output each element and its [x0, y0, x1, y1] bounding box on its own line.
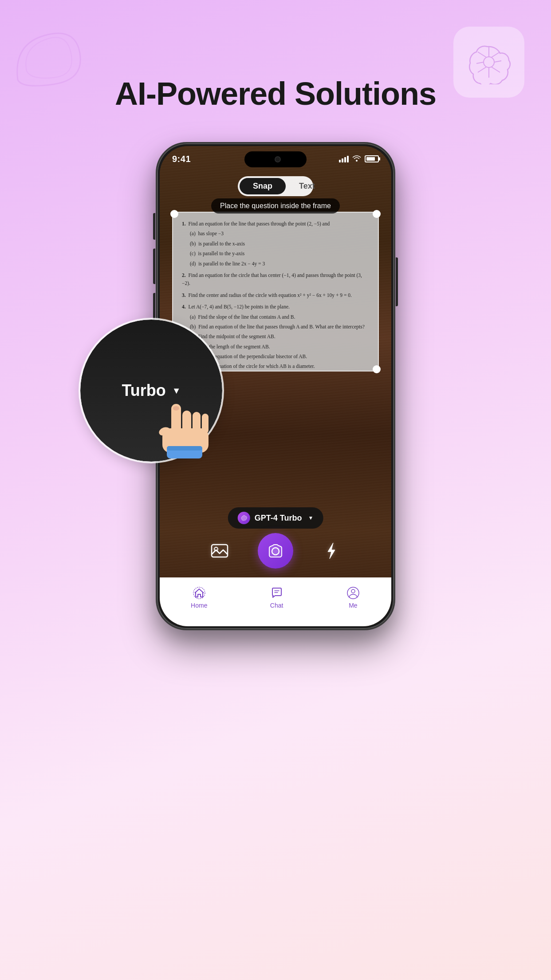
- question-2: 2. Find an equation for the circle that …: [182, 271, 369, 288]
- svg-line-7: [478, 67, 486, 72]
- corner-br: [373, 365, 381, 373]
- battery-icon: [365, 155, 379, 162]
- me-label: Me: [349, 602, 357, 609]
- corner-tr: [373, 210, 381, 218]
- page-title: AI-Powered Solutions: [0, 75, 551, 112]
- svg-line-5: [476, 62, 484, 63]
- home-icon: [192, 586, 206, 600]
- text-toggle-button[interactable]: Text: [286, 178, 328, 194]
- svg-rect-24: [167, 446, 202, 450]
- model-name-label: GPT-4 Turbo: [255, 514, 302, 523]
- frame-hint-label: Place the question inside the frame: [211, 198, 340, 213]
- svg-rect-9: [212, 545, 228, 557]
- flash-button[interactable]: [320, 539, 343, 562]
- model-selector[interactable]: GPT-4 Turbo ▼: [228, 507, 323, 529]
- snap-toggle-button[interactable]: Snap: [240, 178, 286, 194]
- nav-home[interactable]: Home: [191, 586, 207, 609]
- bottom-navigation: Home Chat: [160, 577, 391, 626]
- svg-line-8: [492, 52, 500, 57]
- model-icon: [238, 512, 250, 524]
- snap-text-toggle[interactable]: Snap Text: [238, 176, 313, 196]
- signal-icon: [339, 156, 349, 162]
- question-3: 3. Find the center and radius of the cir…: [182, 291, 369, 299]
- phone-notch: [244, 151, 307, 167]
- wifi-icon: [352, 154, 361, 164]
- nav-me[interactable]: Me: [346, 586, 360, 609]
- battery-fill: [366, 157, 375, 161]
- hand-cursor-decoration: [142, 395, 213, 466]
- status-time: 9:41: [172, 154, 191, 164]
- phone-power-button: [396, 257, 398, 306]
- notch-camera: [275, 156, 281, 162]
- svg-point-16: [351, 589, 355, 593]
- question-1: 1. Find an equation for the line that pa…: [182, 220, 369, 268]
- phone-volume-silent: [153, 213, 155, 240]
- phone-volume-up: [153, 249, 155, 284]
- gallery-button[interactable]: [208, 539, 231, 562]
- corner-tl: [170, 210, 178, 218]
- person-icon: [346, 586, 360, 600]
- model-chevron-icon: ▼: [308, 515, 313, 521]
- chat-label: Chat: [270, 602, 283, 609]
- capture-button[interactable]: [258, 533, 293, 569]
- nav-chat[interactable]: Chat: [270, 586, 284, 609]
- home-label: Home: [191, 602, 207, 609]
- turbo-chevron-icon: ▼: [172, 386, 181, 396]
- svg-point-11: [272, 548, 279, 555]
- svg-point-25: [173, 406, 179, 411]
- svg-line-3: [478, 52, 486, 57]
- svg-line-6: [494, 61, 501, 62]
- chat-icon: [270, 586, 284, 600]
- status-icons: [339, 154, 379, 164]
- camera-controls: [160, 533, 391, 569]
- svg-point-0: [484, 57, 494, 67]
- phone-mockup: 9:41: [156, 142, 395, 630]
- svg-line-4: [492, 67, 500, 72]
